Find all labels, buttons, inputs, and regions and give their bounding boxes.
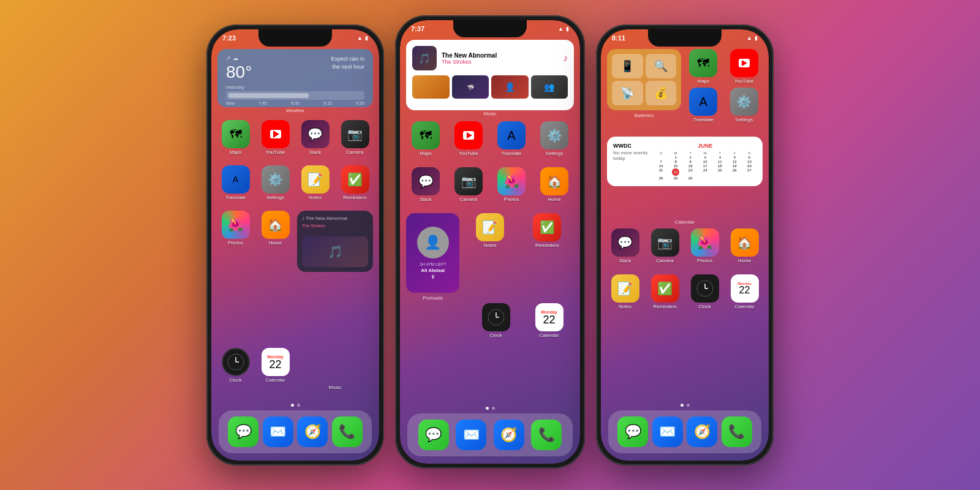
- clock-face-2: [488, 309, 505, 326]
- app-clock-2[interactable]: Clock: [471, 303, 521, 338]
- music-widget-2[interactable]: 🎵 The New Abnormal The Strokes ♪ 🦈 👤 👥: [406, 40, 574, 110]
- status-icons-1: ▲ ▮: [357, 35, 368, 41]
- app-youtube-3[interactable]: YouTube: [726, 49, 763, 84]
- music-card-1[interactable]: ♪ The New Abnormal The Strokes 🎵: [297, 211, 373, 272]
- wifi-icon-2: ▲: [558, 26, 564, 32]
- dock-phone-1[interactable]: 📞: [332, 417, 363, 447]
- app-reminders-2[interactable]: ✅ Reminders: [521, 213, 574, 248]
- dot-active-2: [486, 407, 489, 410]
- dock-1: 💬 ✉️ 🧭 📞: [219, 410, 372, 453]
- podcast-time-2: 1H 47M LEFT: [420, 262, 447, 266]
- app-translate-1[interactable]: A Translate: [217, 165, 254, 200]
- clock-face-3: [696, 280, 714, 297]
- podcast-widget-2[interactable]: 👤 1H 47M LEFT Ali Abdaal 🎙 Podcasts: [406, 213, 459, 301]
- app-photos-2[interactable]: 🌺 Photos: [492, 167, 531, 202]
- app-calendar-3[interactable]: Monday 22 Calendar: [726, 274, 763, 309]
- cal-today-3: 22: [672, 168, 679, 176]
- app-reminders-3[interactable]: ✅ Reminders: [647, 274, 683, 309]
- app-youtube-1[interactable]: YouTube: [257, 120, 293, 155]
- time-800: 8:00: [291, 101, 300, 105]
- app-maps-2[interactable]: 🗺 Maps: [406, 121, 445, 156]
- app-translate-3[interactable]: A Translate: [685, 88, 722, 123]
- app-calendar-1[interactable]: Monday 22 Calendar: [257, 348, 293, 390]
- app-settings-3[interactable]: ⚙️ Settings: [726, 88, 763, 123]
- music-card-artist: The Strokes: [302, 224, 368, 228]
- dock-phone-2[interactable]: 📞: [531, 420, 562, 450]
- app-clock-3[interactable]: Clock: [687, 274, 723, 309]
- folder-icon-battery3: 📡: [612, 81, 643, 105]
- dock-mail-1[interactable]: ✉️: [263, 417, 293, 447]
- phone-3: 8:11 ▲ ▮ 📱 🔍 📡 💰 Batteries: [596, 24, 774, 466]
- app-camera-1[interactable]: 📷 Camera: [337, 120, 373, 155]
- app-notes-1[interactable]: 📝 Notes: [297, 165, 333, 200]
- podcast-label-2: Podcasts: [406, 295, 459, 301]
- app-grid-2-row5: Clock Monday 22 Calendar: [471, 303, 574, 338]
- app-clock-1[interactable]: Clock: [217, 348, 254, 390]
- dot-1: [297, 404, 300, 407]
- dock-safari-2[interactable]: 🧭: [494, 420, 524, 450]
- time-3: 8:11: [612, 34, 625, 42]
- dock-safari-1[interactable]: 🧭: [297, 417, 328, 447]
- app-photos-1[interactable]: 🌺 Photos: [217, 211, 254, 246]
- app-notes-2[interactable]: 📝 Notes: [463, 213, 516, 248]
- app-slack-2[interactable]: 💬 Slack: [406, 167, 445, 202]
- dock-messages-2[interactable]: 💬: [418, 420, 449, 450]
- top-row-3: 📱 🔍 📡 💰 Batteries 🗺 Maps: [607, 49, 763, 123]
- app-home-2[interactable]: 🏠 Home: [535, 167, 574, 202]
- app-home-3[interactable]: 🏠 Home: [726, 228, 763, 263]
- page-dots-2: [400, 407, 580, 410]
- app-grid-1-row1: 🗺 Maps YouTube 💬 Slack 📷: [217, 120, 373, 155]
- app-grid-1-row3: 🌺 Photos 🏠 Home ♪ The New Abnormal The S…: [217, 211, 373, 272]
- app-music-1[interactable]: Music: [297, 348, 373, 390]
- thumb-2: 🦈: [452, 75, 489, 99]
- cal-event-3: WWDC: [613, 143, 647, 149]
- podcast-mic-2: 🎙: [431, 274, 435, 280]
- music-album-art-2: 🎵: [412, 46, 437, 70]
- music-card-art: 🎵: [302, 236, 368, 267]
- wifi-icon-3: ▲: [747, 35, 752, 41]
- app-settings-1[interactable]: ⚙️ Settings: [257, 165, 293, 200]
- dock-messages-3[interactable]: 💬: [617, 417, 648, 447]
- app-grid-2-row1: 🗺 Maps YouTube A Translate ⚙️: [406, 121, 574, 156]
- time-815: 8:15: [323, 101, 332, 105]
- weather-temp: 80°: [226, 62, 252, 82]
- time-2: 7:37: [411, 25, 424, 32]
- app-slack-1[interactable]: 💬 Slack: [297, 120, 333, 155]
- notch-3: [648, 29, 722, 47]
- status-icons-3: ▲ ▮: [747, 35, 758, 41]
- batteries-folder-3[interactable]: 📱 🔍 📡 💰 Batteries: [607, 49, 681, 118]
- weather-widget-label: Weather: [217, 108, 373, 113]
- phone-1-screen: 7:23 ▲ ▮ ↗ ☁ 80° Expect rain inthe next …: [211, 29, 379, 461]
- app-calendar-2[interactable]: Monday 22 Calendar: [524, 303, 574, 338]
- dock-safari-3[interactable]: 🧭: [687, 417, 717, 447]
- app-grid-2-row2: 💬 Slack 📷 Camera 🌺 Photos 🏠 Home: [406, 167, 574, 202]
- app-translate-2[interactable]: A Translate: [492, 121, 531, 156]
- calendar-widget-3[interactable]: WWDC No more eventstoday JUNE S M T W T …: [607, 137, 763, 186]
- app-maps-3[interactable]: 🗺 Maps: [685, 49, 722, 84]
- app-photos-3[interactable]: 🌺 Photos: [687, 228, 723, 263]
- music-title-2: The New Abnormal: [442, 52, 497, 59]
- app-slack-3[interactable]: 💬 Slack: [607, 228, 643, 263]
- app-notes-3[interactable]: 📝 Notes: [607, 274, 643, 309]
- app-settings-2[interactable]: ⚙️ Settings: [535, 121, 574, 156]
- app-camera-3[interactable]: 📷 Camera: [647, 228, 683, 263]
- dock-mail-2[interactable]: ✉️: [456, 420, 486, 450]
- notch-1: [258, 29, 332, 47]
- app-maps-1[interactable]: 🗺 Maps: [217, 120, 254, 155]
- app-reminders-1[interactable]: ✅ Reminders: [337, 165, 373, 200]
- page-dots-3: [601, 404, 769, 407]
- app-camera-2[interactable]: 📷 Camera: [449, 167, 488, 202]
- thumb-4: 👥: [531, 75, 568, 99]
- time-830: 8:30: [356, 101, 364, 105]
- music-widget-label-2: Music: [406, 111, 574, 116]
- thumb-3: 👤: [491, 75, 529, 99]
- weather-widget[interactable]: ↗ ☁ 80° Expect rain inthe next hour Inte…: [217, 49, 373, 107]
- dot-active-1: [291, 404, 294, 407]
- app-home-1[interactable]: 🏠 Home: [257, 211, 293, 246]
- dock-messages-1[interactable]: 💬: [228, 417, 258, 447]
- folder-icon-battery4: 💰: [646, 81, 677, 105]
- dock-mail-3[interactable]: ✉️: [652, 417, 683, 447]
- battery-icon-2: ▮: [566, 26, 569, 32]
- dock-phone-3[interactable]: 📞: [722, 417, 752, 447]
- app-youtube-2[interactable]: YouTube: [449, 121, 488, 156]
